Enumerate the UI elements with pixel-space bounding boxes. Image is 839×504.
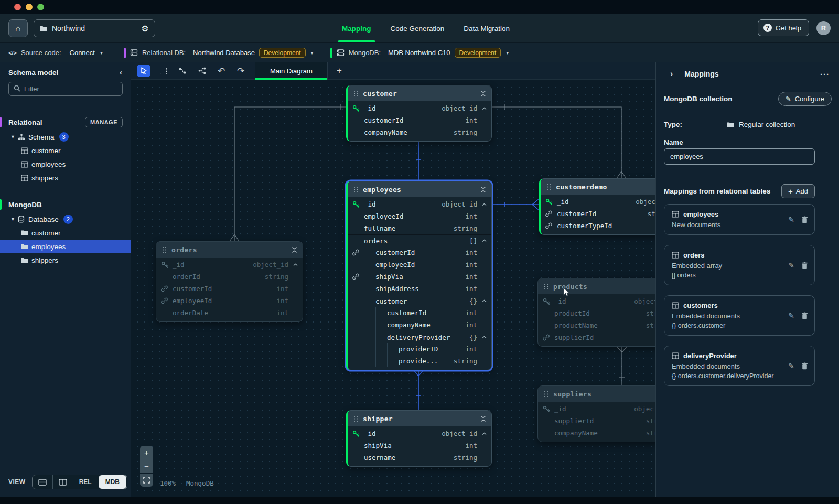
diagram-node-employees[interactable]: employees _id object_id employeeId int f… bbox=[346, 181, 492, 370]
avatar[interactable]: R bbox=[816, 21, 831, 35]
view-rel-button[interactable]: REL bbox=[73, 475, 98, 489]
field-row-customerId[interactable]: customerId int bbox=[348, 307, 491, 319]
field-row-customerId[interactable]: customerId int bbox=[348, 246, 491, 259]
collapse-node-button[interactable] bbox=[480, 90, 486, 97]
field-row-id[interactable]: _id object_id bbox=[348, 102, 491, 114]
drag-handle-icon[interactable] bbox=[354, 416, 358, 422]
field-row-companyName[interactable]: companyName string bbox=[348, 126, 491, 138]
node-header[interactable]: shipper bbox=[348, 411, 491, 426]
field-row-customerId[interactable]: customerId int bbox=[156, 283, 303, 295]
field-row-id[interactable]: _id object_id bbox=[348, 427, 491, 439]
field-row-id[interactable]: _id object_id bbox=[156, 259, 303, 271]
sidebar-item-shippers[interactable]: shippers bbox=[0, 171, 131, 185]
mapping-card-deliveryProvider[interactable]: deliveryProvider Embedded documents{} or… bbox=[664, 346, 815, 386]
chevron-down-icon[interactable]: ▾ bbox=[506, 50, 509, 56]
zoom-in-button[interactable]: + bbox=[140, 446, 153, 459]
tab-mapping[interactable]: Mapping bbox=[341, 14, 372, 42]
panel-menu-icon[interactable]: ··· bbox=[820, 70, 830, 79]
field-chevron[interactable] bbox=[477, 239, 491, 242]
undo-button[interactable]: ↶ bbox=[214, 65, 228, 77]
tab-data-migration[interactable]: Data Migration bbox=[462, 14, 511, 42]
diagram-tab[interactable]: Main Diagram bbox=[255, 62, 328, 80]
field-row-id[interactable]: _id object_id bbox=[348, 198, 491, 210]
field-row-companyName[interactable]: companyName int bbox=[348, 319, 491, 331]
marquee-select-tool-button[interactable] bbox=[156, 65, 170, 77]
relational-db-value[interactable]: Northwind Database bbox=[193, 49, 255, 57]
field-row-providerID[interactable]: providerID int bbox=[348, 343, 491, 355]
collection-name-input[interactable] bbox=[664, 148, 815, 165]
project-settings-button[interactable]: ⚙ bbox=[135, 20, 155, 37]
home-button[interactable]: ⌂ bbox=[8, 19, 28, 37]
drag-handle-icon[interactable] bbox=[354, 91, 358, 96]
tree-root-database[interactable]: ▼ Database 2 bbox=[0, 212, 131, 226]
diagram-node-shipper[interactable]: shipper _id object_id shipVia int userna… bbox=[346, 410, 492, 467]
delete-mapping-button[interactable] bbox=[801, 216, 808, 223]
drag-handle-icon[interactable] bbox=[544, 391, 548, 397]
source-code-connect[interactable]: Connect bbox=[70, 49, 95, 57]
field-row-customer[interactable]: customer {} bbox=[348, 295, 491, 307]
tab-code-generation[interactable]: Code Generation bbox=[390, 14, 446, 42]
drag-handle-icon[interactable] bbox=[544, 284, 548, 289]
edit-mapping-button[interactable]: ✎ bbox=[788, 362, 794, 370]
chevron-down-icon[interactable]: ▾ bbox=[100, 50, 103, 56]
edit-mapping-button[interactable]: ✎ bbox=[788, 216, 794, 224]
delete-mapping-button[interactable] bbox=[801, 362, 808, 370]
manage-button[interactable]: MANAGE bbox=[85, 117, 123, 127]
auto-layout-tool-button[interactable] bbox=[195, 65, 209, 77]
delete-mapping-button[interactable] bbox=[801, 262, 808, 269]
field-chevron[interactable] bbox=[477, 203, 491, 206]
field-chevron[interactable] bbox=[288, 263, 303, 266]
field-row-username[interactable]: username string bbox=[348, 452, 491, 464]
field-row-shipVia[interactable]: shipVia int bbox=[348, 439, 491, 452]
sidebar-item-customer[interactable]: customer bbox=[0, 144, 131, 157]
mapping-card-employees[interactable]: employees New documents ✎ bbox=[664, 204, 815, 235]
tree-caret-icon[interactable]: ▼ bbox=[10, 217, 18, 222]
tree-caret-icon[interactable]: ▼ bbox=[10, 134, 18, 140]
fit-to-screen-button[interactable] bbox=[140, 474, 153, 487]
field-row-shipVia[interactable]: shipVia int bbox=[348, 271, 491, 283]
field-row-orderDate[interactable]: orderDate int bbox=[156, 307, 303, 319]
drag-handle-icon[interactable] bbox=[547, 184, 551, 190]
redo-button[interactable]: ↷ bbox=[234, 65, 248, 77]
add-diagram-button[interactable]: + bbox=[333, 66, 346, 76]
mapping-card-orders[interactable]: orders Embedded array[] orders ✎ bbox=[664, 245, 815, 285]
view-split-vertical-button[interactable] bbox=[53, 475, 73, 489]
edit-mapping-button[interactable]: ✎ bbox=[788, 312, 794, 320]
sidebar-item-customer[interactable]: customer bbox=[0, 226, 131, 240]
chevron-down-icon[interactable]: ▾ bbox=[311, 50, 314, 56]
node-header[interactable]: customer bbox=[348, 85, 491, 101]
collapse-node-button[interactable] bbox=[292, 246, 297, 253]
field-row-orders[interactable]: orders [] bbox=[348, 234, 491, 246]
field-row-employeeId[interactable]: employeeId int bbox=[156, 295, 303, 307]
drag-handle-icon[interactable] bbox=[163, 247, 166, 253]
diagram-node-orders[interactable]: orders _id object_id orderId string cust… bbox=[156, 241, 303, 322]
field-row-orderId[interactable]: orderId string bbox=[156, 271, 303, 283]
field-row-employeeId[interactable]: employeeId int bbox=[348, 210, 491, 222]
field-chevron[interactable] bbox=[477, 107, 491, 110]
filter-field[interactable] bbox=[8, 82, 123, 96]
field-chevron[interactable] bbox=[477, 299, 491, 303]
zoom-out-button[interactable]: − bbox=[140, 459, 153, 473]
filter-input[interactable] bbox=[24, 85, 117, 93]
field-chevron[interactable] bbox=[477, 432, 491, 435]
sidebar-item-employees[interactable]: employees bbox=[0, 240, 131, 253]
minimize-window-button[interactable] bbox=[26, 4, 33, 10]
delete-mapping-button[interactable] bbox=[801, 312, 808, 319]
expand-panel-icon[interactable]: › bbox=[670, 69, 673, 79]
collapse-node-button[interactable] bbox=[480, 415, 486, 422]
field-chevron[interactable] bbox=[477, 336, 491, 339]
drag-handle-icon[interactable] bbox=[354, 187, 358, 192]
select-tool-button[interactable] bbox=[137, 65, 150, 77]
diagram-node-customer[interactable]: customer _id object_id customerId int co… bbox=[346, 85, 492, 142]
edit-mapping-button[interactable]: ✎ bbox=[788, 261, 794, 270]
configure-button[interactable]: ✎ Configure bbox=[778, 92, 832, 106]
close-window-button[interactable] bbox=[14, 4, 21, 10]
view-split-horizontal-button[interactable] bbox=[33, 475, 53, 489]
sidebar-item-employees[interactable]: employees bbox=[0, 157, 131, 171]
get-help-button[interactable]: ? Get help bbox=[758, 19, 809, 36]
tree-root-schema[interactable]: ▼ Schema 3 bbox=[0, 130, 131, 144]
add-mapping-button[interactable]: + Add bbox=[781, 184, 815, 198]
view-mdb-button[interactable]: MDB bbox=[99, 475, 126, 489]
field-row-fullname[interactable]: fullname string bbox=[348, 222, 491, 234]
field-row-customerId[interactable]: customerId int bbox=[348, 114, 491, 126]
